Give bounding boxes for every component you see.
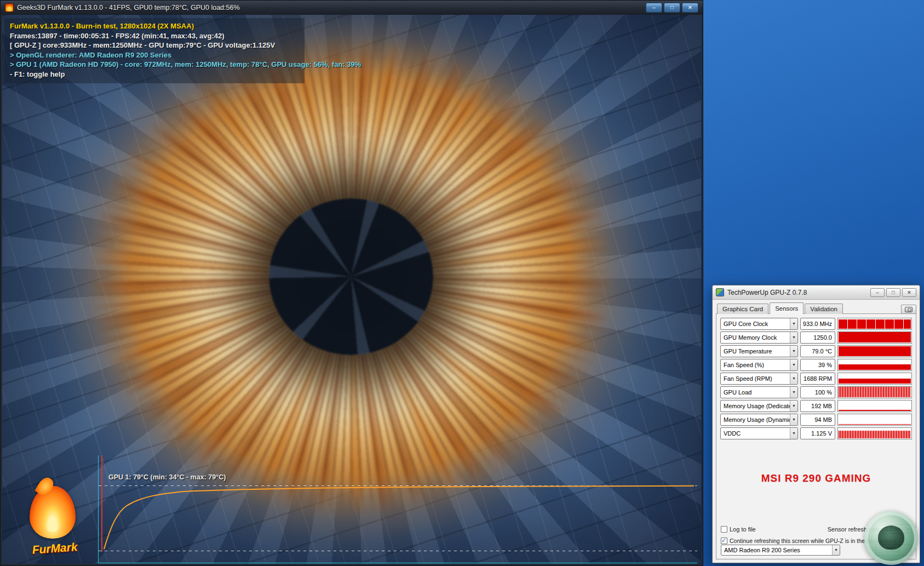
log-to-file-group: Log to file [721,526,756,533]
graphics-card-select[interactable]: AMD Radeon R9 200 Series ▼ [721,545,840,556]
chevron-down-icon: ▼ [790,414,797,425]
graph-temperature-label: GPU 1: 79°C (min: 34°C - max: 79°C) [108,473,226,481]
gpuz-tab-strip: Graphics Card Sensors Validation [716,302,916,314]
sensor-value: 192 MB [800,400,835,412]
sensor-graph-fill [839,424,911,425]
maximize-button[interactable]: □ [664,3,680,13]
osd-line-help: - F1: toggle help [10,70,299,79]
osd-line-title: FurMark v1.13.0.0 - Burn-in test, 1280x1… [10,21,299,31]
gpuz-app-icon [716,288,724,296]
chevron-down-icon: ▼ [790,401,797,411]
sensor-row: GPU Load ▼ 100 % [720,386,912,398]
desktop: { "colors": { "osd_title": "#ffd800", "o… [0,0,924,566]
furmark-app-icon [5,3,14,12]
kitguru-watermark [864,511,918,565]
sensor-graph [837,318,912,330]
sensor-dropdown[interactable]: GPU Memory Clock ▼ [720,331,798,344]
eye-pupil [269,198,433,355]
sensor-graph-fill [839,410,911,411]
sensor-value: 1688 RPM [800,373,835,385]
sensor-dropdown-label: Fan Speed (RPM) [724,375,772,382]
log-to-file-checkbox[interactable] [721,526,727,533]
furmark-logo: FurMark [16,486,93,564]
log-to-file-label: Log to file [730,526,756,533]
temperature-graph: GPU 1: 79°C (min: 34°C - max: 79°C) [98,455,697,563]
osd-line-gpu1: > GPU 1 (AMD Radeon HD 7950) - core: 972… [10,60,299,70]
sensor-graph [837,345,912,357]
sensor-graph-fill [839,431,911,438]
maximize-button[interactable]: □ [886,288,900,297]
card-brand-text: MSI R9 290 GAMING [720,472,912,484]
sensor-dropdown-label: Fan Speed (%) [724,362,764,368]
sensor-graph [837,414,912,426]
tab-validation[interactable]: Validation [805,304,843,314]
chevron-down-icon: ▼ [790,387,797,398]
sensor-row: Fan Speed (RPM) ▼ 1688 RPM [720,373,912,385]
sensor-row: VDDC ▼ 1.125 V [720,427,912,439]
chevron-down-icon: ▼ [790,332,797,343]
sensor-graph [837,400,912,412]
sensor-dropdown-label: Memory Usage (Dedicated) [724,403,797,409]
graphics-card-select-value: AMD Radeon R9 200 Series [724,547,800,553]
sensor-dropdown-label: GPU Temperature [724,348,772,355]
furmark-titlebar[interactable]: Geeks3D FurMark v1.13.0.0 - 41FPS, GPU0 … [1,1,703,15]
sensor-value: 1250.0 MHz [800,331,835,344]
sensor-value: 933.0 MHz [800,318,835,330]
sensor-graph [837,427,912,439]
sensor-dropdown[interactable]: Fan Speed (%) ▼ [720,359,798,371]
temperature-curve [99,455,697,563]
sensor-dropdown[interactable]: GPU Core Clock ▼ [720,318,798,330]
furmark-window: Geeks3D FurMark v1.13.0.0 - 41FPS, GPU0 … [0,0,703,566]
close-button[interactable]: ✕ [682,3,698,13]
gpuz-window-controls: – □ ✕ [870,288,916,297]
chevron-down-icon: ▼ [790,373,797,384]
sensor-dropdown[interactable]: VDDC ▼ [720,427,798,439]
sensor-value: 39 % [800,359,835,371]
sensor-dropdown[interactable]: Memory Usage (Dedicated) ▼ [720,400,798,412]
sensor-graph-fill [839,319,911,329]
sensor-dropdown[interactable]: GPU Temperature ▼ [720,345,798,357]
sensor-row: Memory Usage (Dedicated) ▼ 192 MB [720,400,912,412]
osd-line-gpuz: [ GPU-Z ] core:933MHz - mem:1250MHz - GP… [10,41,299,50]
sensor-graph-fill [839,332,911,342]
furmark-logo-text: FurMark [16,539,93,558]
osd-line-frames: Frames:13897 - time:00:05:31 - FPS:42 (m… [10,31,299,41]
screenshot-camera-button[interactable] [901,305,916,314]
furmark-render-viewport: FurMark v1.13.0.0 - Burn-in test, 1280x1… [2,15,701,564]
furmark-window-title: Geeks3D FurMark v1.13.0.0 - 41FPS, GPU0 … [17,4,642,12]
sensor-graph [837,359,912,371]
chevron-down-icon: ▼ [790,428,797,439]
sensor-dropdown-label: GPU Load [724,389,751,396]
osd-overlay: FurMark v1.13.0.0 - Burn-in test, 1280x1… [4,18,305,83]
sensor-value: 100 % [800,386,835,398]
chevron-down-icon: ▼ [790,359,797,370]
sensor-row: Memory Usage (Dynamic) ▼ 94 MB [720,414,912,426]
sensor-graph-fill [839,346,911,356]
sensor-graph-fill [839,379,911,384]
sensor-dropdown[interactable]: GPU Load ▼ [720,386,798,398]
sensor-row: Fan Speed (%) ▼ 39 % [720,359,912,371]
sensor-dropdown[interactable]: Memory Usage (Dynamic) ▼ [720,414,798,426]
sensor-graph-fill [839,364,911,370]
continue-refresh-checkbox[interactable] [721,538,727,544]
gpuz-window-title: TechPowerUp GPU-Z 0.7.8 [727,289,867,296]
osd-line-renderer: > OpenGL renderer: AMD Radeon R9 200 Ser… [10,50,299,60]
gpuz-titlebar[interactable]: TechPowerUp GPU-Z 0.7.8 – □ ✕ [713,285,920,300]
sensor-dropdown[interactable]: Fan Speed (RPM) ▼ [720,373,798,385]
tab-graphics-card[interactable]: Graphics Card [717,304,768,314]
sensor-graph [837,386,912,398]
camera-icon [905,307,912,312]
sensor-graph [837,373,912,385]
chevron-down-icon: ▼ [832,545,840,555]
sensor-dropdown-label: GPU Memory Clock [724,334,777,341]
close-icon[interactable]: ✕ [902,288,916,297]
chevron-down-icon: ▼ [790,346,797,357]
tab-sensors[interactable]: Sensors [770,302,804,314]
sensor-row: GPU Memory Clock ▼ 1250.0 MHz [720,331,912,344]
furmark-window-controls: – □ ✕ [646,3,698,13]
sensor-dropdown-label: VDDC [724,430,741,437]
sensor-value: 94 MB [800,414,835,426]
sensor-graph [837,331,912,344]
minimize-button[interactable]: – [870,288,885,297]
minimize-button[interactable]: – [646,3,662,13]
